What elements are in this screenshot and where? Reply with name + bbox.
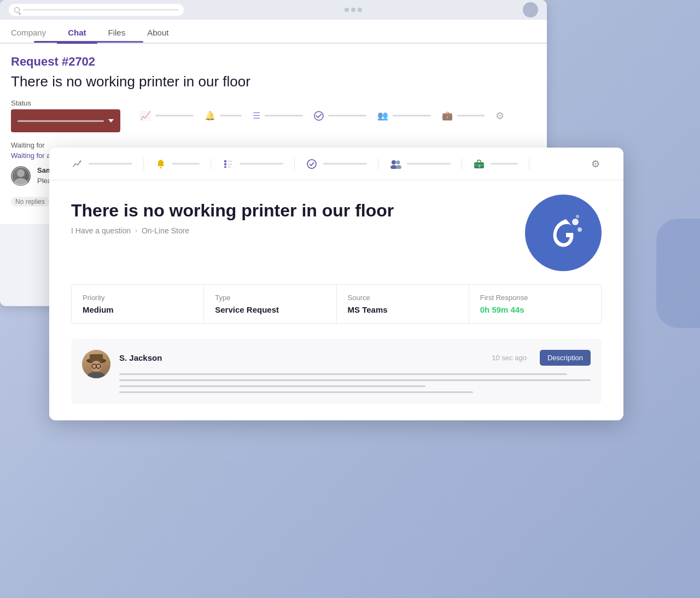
toolbar-item-1: 📈: [140, 110, 194, 121]
svg-rect-24: [90, 354, 103, 362]
toolbar-item-6: 💼: [442, 110, 485, 121]
msg-line-2: [119, 379, 591, 381]
tab-company[interactable]: Company: [0, 22, 57, 43]
svg-point-11: [307, 160, 316, 168]
message-lines: [119, 373, 591, 393]
checklist-icon: [222, 158, 234, 170]
message-header: S. Jackson 10 sec ago Description: [119, 350, 591, 366]
status-bar: [18, 120, 104, 122]
svg-point-22: [576, 215, 579, 218]
no-replies-badge: No replies: [11, 197, 49, 207]
checklist-line: [265, 115, 303, 116]
check-mark: [316, 112, 322, 118]
chart-icon: 📈: [140, 110, 151, 121]
info-cell-source: Source MS Teams: [337, 285, 469, 323]
back-window-tabs: Company Chat Files About: [0, 20, 547, 44]
chat-avatar-img: [11, 166, 31, 186]
gear-icon[interactable]: ⚙: [495, 110, 504, 122]
front-toolbar: $ ⚙: [49, 148, 623, 180]
dot-3: [358, 8, 362, 12]
type-label: Type: [215, 294, 325, 302]
response-value: 0h 59m 44s: [480, 305, 590, 314]
description-button[interactable]: Description: [540, 350, 591, 366]
status-area: Status 📈 🔔 ☰: [0, 99, 547, 132]
user-avatar-small: [523, 2, 538, 17]
chart-line: [155, 115, 194, 116]
gear-icon[interactable]: ⚙: [590, 158, 602, 170]
people-line: [393, 115, 431, 116]
tab-files[interactable]: Files: [97, 22, 137, 43]
toolbar-section-bell: [144, 158, 211, 170]
chart-line: [89, 163, 132, 165]
bell-line: [172, 163, 200, 165]
check-circle-icon: [314, 111, 324, 121]
check-line: [323, 163, 367, 165]
toolbar-item-4: [314, 111, 366, 121]
status-label: Status: [11, 99, 120, 107]
info-grid: Priority Medium Type Service Request Sou…: [71, 284, 602, 324]
right-decoration: [656, 219, 700, 328]
svg-point-21: [578, 227, 582, 232]
main-title: There is no working printer in our floor: [71, 200, 514, 221]
priority-value: Medium: [83, 305, 192, 314]
svg-point-3: [80, 160, 81, 162]
breadcrumb: I Have a question › On-Line Store: [71, 226, 514, 235]
checklist-line: [240, 163, 283, 165]
checklist-icon: ☰: [253, 110, 260, 121]
back-window-title: There is no working printer in our floor: [0, 73, 547, 90]
dot-2: [351, 8, 355, 12]
bell-line: [220, 115, 242, 116]
bell-icon: [155, 158, 167, 170]
msg-line-4: [119, 391, 473, 393]
breadcrumb-chevron: ›: [135, 227, 137, 234]
toolbar-section-check: [295, 158, 378, 170]
toolbar-item-2: 🔔: [205, 110, 242, 121]
message-actions: 10 sec ago Description: [492, 350, 591, 366]
message-card: S. Jackson 10 sec ago Description: [71, 339, 602, 404]
briefcase-line: [457, 115, 485, 116]
toolbar-section-chart: [60, 158, 144, 170]
message-body: S. Jackson 10 sec ago Description: [119, 350, 591, 393]
toolbar-section-gear: ⚙: [579, 158, 612, 170]
status-section: Status: [11, 99, 120, 132]
company-logo: [525, 195, 602, 271]
front-window: $ ⚙ There is no working printer in our f…: [49, 148, 623, 420]
svg-point-4: [160, 167, 162, 168]
info-cell-type: Type Service Request: [204, 285, 336, 323]
toolbar-item-3: ☰: [253, 110, 303, 121]
info-cell-priority: Priority Medium: [72, 285, 204, 323]
breadcrumb-part1: I Have a question: [71, 226, 131, 235]
toolbar-section-people: [378, 158, 462, 170]
back-window-search[interactable]: [9, 4, 184, 16]
svg-point-15: [396, 165, 401, 169]
svg-point-0: [17, 169, 25, 177]
svg-point-12: [392, 160, 396, 165]
toolbar-item-5: 👥: [377, 110, 431, 121]
source-value: MS Teams: [348, 305, 458, 314]
message-avatar: [82, 350, 110, 378]
message-sender: S. Jackson: [119, 353, 162, 362]
request-number: Request #2702: [0, 55, 547, 69]
svg-point-14: [396, 160, 400, 164]
message-time: 10 sec ago: [492, 354, 527, 362]
back-window-titlebar: [0, 0, 547, 20]
type-value: Service Request: [215, 305, 325, 314]
svg-rect-5: [224, 160, 226, 162]
tab-about[interactable]: About: [136, 22, 179, 43]
dot-1: [345, 8, 349, 12]
front-header: There is no working printer in our floor…: [71, 200, 602, 271]
priority-label: Priority: [83, 294, 192, 302]
search-icon: [14, 7, 20, 13]
status-dropdown[interactable]: [11, 109, 120, 132]
people-icon: [389, 158, 401, 170]
tab-chat[interactable]: Chat: [57, 22, 97, 43]
briefcase-icon: 💼: [442, 110, 453, 121]
toolbar-section-checklist: [211, 158, 295, 170]
info-cell-response: First Response 0h 59m 44s: [469, 285, 601, 323]
extra-toolbar: 📈 🔔 ☰ 👥: [140, 99, 504, 132]
response-label: First Response: [480, 294, 590, 302]
dropdown-arrow-icon: [108, 119, 114, 122]
briefcase-line: [491, 163, 518, 165]
bell-icon: 🔔: [205, 110, 215, 121]
avatar-image: [82, 350, 110, 378]
